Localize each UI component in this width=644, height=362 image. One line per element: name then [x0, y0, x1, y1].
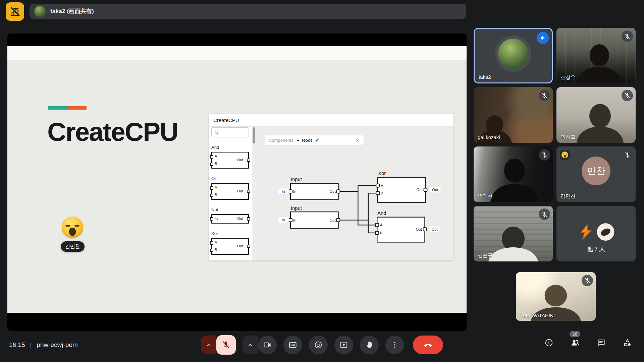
app-window-header: CreateCPU [209, 114, 453, 127]
stone-avatar-icon [597, 223, 614, 241]
port-square [210, 217, 213, 221]
node-label: Xor [378, 171, 386, 176]
palette-gate-xor: A B Out [211, 238, 249, 255]
mic-muted-icon [539, 90, 550, 101]
clock-time: 16:15 [9, 341, 25, 349]
port-square [210, 194, 213, 197]
mic-muted-icon [539, 208, 550, 220]
search-icon [214, 130, 219, 135]
mic-muted-icon [622, 149, 633, 161]
close-icon [355, 138, 360, 143]
captions-button[interactable]: CC [283, 336, 302, 354]
pin-label: Out [329, 218, 336, 222]
palette-search-box [211, 127, 249, 137]
top-bar: taka2 (画面共有) [0, 0, 644, 23]
port-square [210, 186, 213, 190]
chat-button[interactable] [594, 336, 608, 349]
palette-item-label: And [211, 145, 249, 150]
circuit-diagram: Input Input Xor And In Out In Out A B Ou… [275, 161, 453, 260]
pin-label: Out [237, 189, 243, 193]
breadcrumb-separator-icon: » [297, 137, 299, 143]
pin-label: Out [237, 217, 243, 221]
participant-tile[interactable]: 조상우 [556, 28, 636, 83]
overflow-participants-tile[interactable]: 他 7 人 [556, 206, 636, 261]
meeting-code: pnw-ecwj-pem [37, 341, 77, 349]
reactions-button[interactable] [309, 336, 328, 354]
mic-mute-toggle-button[interactable] [216, 335, 236, 355]
slide-accent-bar [48, 106, 87, 110]
pin-label: Out [416, 188, 423, 192]
palette-search-input [220, 128, 247, 137]
accent-orange-segment [68, 106, 87, 110]
end-call-button[interactable] [413, 336, 443, 354]
chevron-up-icon [247, 341, 254, 349]
port-square [210, 163, 213, 166]
divider: | [30, 342, 32, 349]
speaking-indicator-icon [537, 32, 549, 44]
node-label: And [377, 210, 386, 216]
participant-tile[interactable]: 박태현 [474, 146, 553, 202]
yawning-face-emoji-icon [62, 217, 83, 238]
palette-gate-and: A B Out [211, 152, 249, 169]
captions-icon-label: CC [290, 343, 295, 347]
presenter-pill[interactable]: taka2 (画面共有) [30, 4, 466, 19]
node-label: Input [291, 205, 302, 211]
port-square [247, 217, 250, 221]
present-screen-button[interactable] [334, 336, 353, 354]
activities-button[interactable] [621, 336, 634, 349]
emoji-reaction: 김민찬 [59, 217, 86, 252]
port-square [247, 190, 250, 193]
palette-item-label: Not [211, 207, 249, 212]
camera-toggle-button[interactable] [258, 336, 277, 354]
pin-label: B [215, 193, 217, 197]
component-palette: And A B Out Or A B Out Not [209, 127, 252, 260]
camera-control-group [243, 336, 277, 354]
participant-tile[interactable]: Yuto WATAHIKI [516, 272, 596, 321]
app-window-title: CreateCPU [213, 117, 239, 123]
activities-shapes-icon [623, 338, 632, 347]
pin-label: In [293, 218, 296, 222]
circuit-canvas: Components » Root [255, 127, 453, 260]
more-options-button[interactable] [385, 336, 404, 354]
slide-title: CreateCPU [47, 117, 178, 147]
participant-tile[interactable]: gai kozaki [474, 87, 553, 143]
participant-name: 권순규 [478, 252, 493, 259]
accent-teal-segment [48, 106, 68, 110]
participant-tile[interactable]: 권순규 [474, 206, 553, 261]
participant-tile[interactable]: 박지호 [556, 87, 636, 143]
pin-label: A [381, 184, 383, 188]
participant-name: 박태현 [478, 193, 493, 199]
createcpu-app-window: CreateCPU And A B Out Or [209, 114, 453, 260]
chevron-up-icon [205, 341, 212, 349]
camera-options-button[interactable] [243, 336, 258, 354]
port-square [210, 249, 213, 252]
participants-button[interactable]: 16 [568, 336, 582, 349]
participant-name: 김민찬 [560, 193, 576, 199]
mic-muted-icon [539, 149, 550, 161]
scrollbar-thumb [253, 127, 255, 143]
port-square [210, 155, 213, 159]
meeting-details-button[interactable] [542, 336, 555, 349]
pin-label: B [215, 162, 217, 166]
participant-tile-taka2[interactable]: taka2 [474, 28, 553, 83]
smiley-icon [314, 341, 323, 349]
reaction-sender-label: 김민찬 [61, 241, 85, 252]
mic-options-button[interactable] [201, 336, 216, 354]
more-vertical-dots-icon [390, 341, 399, 349]
people-icon [571, 338, 580, 347]
screen-share-view[interactable]: CreateCPU 김민찬 CreateCPU And A B [7, 34, 467, 331]
pin-label: B [381, 191, 383, 195]
pin-label: Out [237, 158, 243, 162]
participant-name: 조상우 [560, 74, 576, 81]
company-badge-button[interactable] [6, 2, 24, 21]
raise-hand-button[interactable] [360, 336, 379, 354]
mic-control-group [201, 335, 236, 355]
pin-label: A [215, 240, 217, 244]
avatar: 민찬 [582, 157, 610, 185]
pin-label: Out [329, 189, 336, 193]
building-slash-icon [9, 6, 21, 17]
meeting-info: 16:15 | pnw-ecwj-pem [9, 331, 78, 359]
presenter-label: taka2 (画面共有) [50, 7, 94, 15]
participant-tile[interactable]: 민찬 김민찬 [556, 146, 636, 202]
breadcrumb-current: Root [302, 138, 312, 143]
